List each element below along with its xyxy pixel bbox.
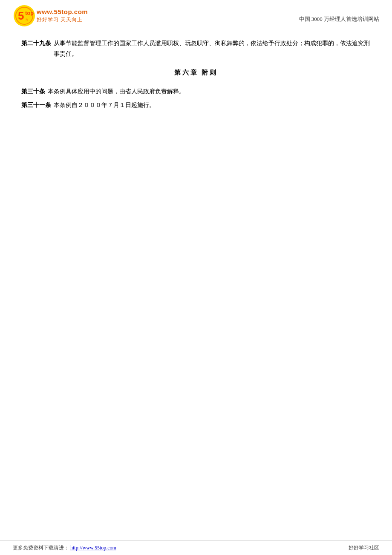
logo-icon: 5 top 5	[13, 4, 36, 27]
logo-text-area: www.55top.com 好好学习 天天向上	[37, 8, 88, 23]
svg-text:top: top	[25, 10, 34, 16]
article-29-number: 第二十九条	[21, 38, 51, 59]
svg-text:5: 5	[26, 17, 28, 22]
svg-text:5: 5	[18, 9, 24, 22]
article-30-number: 第三十条	[21, 86, 45, 97]
article-30: 第三十条 本条例具体应用中的问题，由省人民政府负责解释。	[21, 86, 371, 97]
header: 5 top 5 www.55top.com 好好学习 天天向上 中国 3000 …	[0, 0, 392, 30]
logo-area: 5 top 5 www.55top.com 好好学习 天天向上	[13, 4, 88, 27]
main-content: 第二十九条 从事节能监督管理工作的国家工作人员滥用职权、玩忽职守、徇私舞弊的，依…	[0, 30, 392, 555]
page-wrapper: 5 top 5 www.55top.com 好好学习 天天向上 中国 3000 …	[0, 0, 392, 555]
logo-slogan: 好好学习 天天向上	[37, 16, 88, 23]
footer-right: 好好学习社区	[349, 544, 379, 552]
article-31-text: 本条例自２０００年７月１日起施行。	[54, 100, 155, 110]
article-29: 第二十九条 从事节能监督管理工作的国家工作人员滥用职权、玩忽职守、徇私舞弊的，依…	[21, 38, 371, 59]
footer-link[interactable]: http://www.55top.com	[70, 545, 116, 551]
logo-graphic: 5 top 5 www.55top.com 好好学习 天天向上	[13, 4, 88, 27]
logo-url: www.55top.com	[37, 8, 88, 15]
site-description: 中国 3000 万经理人首选培训网站	[299, 15, 380, 27]
footer-left-text: 更多免费资料下载请进：	[13, 545, 69, 551]
article-29-text: 从事节能监督管理工作的国家工作人员滥用职权、玩忽职守、徇私舞弊的，依法给予行政处…	[54, 38, 371, 59]
footer: 更多免费资料下载请进： http://www.55top.com 好好学习社区	[0, 541, 392, 555]
article-30-text: 本条例具体应用中的问题，由省人民政府负责解释。	[48, 86, 185, 97]
chapter-6-heading: 第六章 附则	[21, 69, 371, 77]
footer-left: 更多免费资料下载请进： http://www.55top.com	[13, 544, 116, 552]
article-31: 第三十一条 本条例自２０００年７月１日起施行。	[21, 100, 371, 110]
article-31-number: 第三十一条	[21, 100, 51, 110]
